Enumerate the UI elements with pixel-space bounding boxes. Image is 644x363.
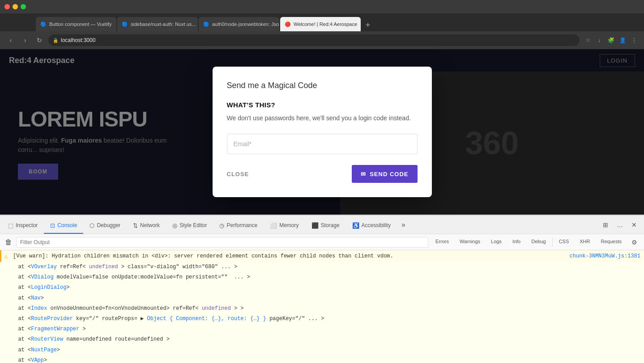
tab-console[interactable]: ⊡ Console: [44, 218, 83, 234]
console-icon: ⊡: [50, 222, 55, 229]
tab-style-editor[interactable]: ◎ Style Editor: [166, 218, 213, 234]
devtools: ⬚ Inspector ⊡ Console ⬡ Debugger ⇅ Netwo…: [0, 215, 644, 363]
css-badge[interactable]: CSS: [554, 236, 574, 247]
debugger-icon: ⬡: [90, 222, 94, 229]
console-label: Console: [57, 222, 77, 228]
profile-button[interactable]: 👤: [618, 36, 627, 45]
filter-input[interactable]: [16, 237, 428, 248]
tabs-bar: 🔵 Button component — Vuetify ✕ 🔵 sidebas…: [0, 13, 644, 31]
warnings-badge[interactable]: Warnings: [455, 236, 485, 247]
devtools-actions: ⊞ … ✕: [599, 219, 644, 231]
console-settings-button[interactable]: ⚙: [628, 236, 640, 249]
inspector-icon: ⬚: [8, 222, 13, 229]
modal-section-title: WHAT'S THIS?: [227, 101, 418, 109]
tab-2[interactable]: 🔵 sidebase/nuxt-auth: Nuxt us... ✕: [117, 17, 198, 31]
maximize-window-button[interactable]: [21, 4, 26, 9]
refresh-button[interactable]: ↻: [34, 35, 45, 46]
performance-icon: ◷: [219, 222, 224, 229]
warning-message: [Vue warn]: Hydration children mismatch …: [13, 253, 393, 259]
tab-inspector[interactable]: ⬚ Inspector: [2, 218, 44, 234]
xhr-badge[interactable]: XHR: [575, 236, 594, 247]
logs-badge[interactable]: Logs: [486, 236, 506, 247]
browser-chrome: 🔵 Button component — Vuetify ✕ 🔵 sidebas…: [0, 0, 644, 49]
tab-4[interactable]: 🔴 Welcome! | Red:4 Aerospace ✕: [280, 17, 361, 31]
debugger-label: Debugger: [97, 222, 120, 228]
info-badge[interactable]: Info: [508, 236, 525, 247]
tab-1[interactable]: 🔵 Button component — Vuetify ✕: [36, 17, 116, 31]
close-devtools-button[interactable]: ✕: [628, 219, 640, 231]
filter-badges: Errors Warnings Logs Info Debug CSS XHR …: [431, 236, 640, 249]
tab-label-4: Welcome! | Red:4 Aerospace: [294, 21, 357, 27]
style-editor-icon: ◎: [172, 222, 177, 229]
tab-debugger[interactable]: ⬡ Debugger: [83, 218, 127, 234]
responsive-design-button[interactable]: ⊞: [599, 219, 612, 231]
network-label: Network: [140, 222, 160, 228]
tab-favicon-3: 🔵: [203, 21, 209, 27]
download-button[interactable]: ↓: [595, 36, 604, 45]
console-line-5: at <Index onVnodeUnmounted=fn<onVnodeUnm…: [0, 304, 644, 314]
address-bar[interactable]: 🔒 localhost:3000: [48, 34, 580, 46]
overflow-menu-button[interactable]: …: [614, 219, 626, 231]
console-line-2: at <VDialog modelValue=false onUpdate:mo…: [0, 272, 644, 283]
close-button[interactable]: CLOSE: [227, 171, 249, 177]
style-editor-label: Style Editor: [179, 222, 207, 228]
tab-storage[interactable]: ⬛ Storage: [305, 218, 346, 234]
accessibility-icon: ♿: [352, 222, 359, 229]
new-tab-button[interactable]: +: [362, 19, 374, 31]
inspector-label: Inspector: [16, 222, 38, 228]
tab-3[interactable]: 🔵 auth0/node-jsonwebtoken: Jso... ✕: [199, 17, 279, 31]
errors-badge[interactable]: Errors: [431, 236, 453, 247]
modal-actions: CLOSE ✉ SEND CODE: [227, 165, 418, 183]
console-line-7: at <FragmentWrapper >: [0, 324, 644, 334]
badge-separator: [552, 238, 553, 247]
tab-close-1[interactable]: ✕: [115, 21, 116, 27]
tab-label-2: sidebase/nuxt-auth: Nuxt us...: [131, 21, 196, 27]
clear-console-button[interactable]: 🗑: [4, 237, 13, 247]
settings-button[interactable]: ⋮: [630, 36, 639, 45]
console-toolbar: 🗑 Errors Warnings Logs Info Debug CSS XH…: [0, 234, 644, 250]
page-area: Red:4 Aerospace LOGIN LOREM ISPU Adipisi…: [0, 49, 644, 215]
storage-label: Storage: [321, 222, 340, 228]
address-text: localhost:3000: [61, 37, 95, 43]
bookmark-button[interactable]: ☆: [583, 36, 592, 45]
memory-icon: ⬜: [270, 222, 277, 229]
accessibility-label: Accessibility: [362, 222, 391, 228]
tab-label-3: auth0/node-jsonwebtoken: Jso...: [212, 21, 279, 27]
tab-accessibility[interactable]: ♿ Accessibility: [346, 218, 397, 234]
traffic-lights: [4, 4, 26, 9]
debug-badge[interactable]: Debug: [527, 236, 550, 247]
network-icon: ⇅: [133, 222, 138, 229]
forward-button[interactable]: ›: [20, 35, 30, 46]
requests-badge[interactable]: Requests: [597, 236, 626, 247]
nav-bar: ‹ › ↻ 🔒 localhost:3000 ☆ ↓ 🧩 👤 ⋮: [0, 31, 644, 49]
send-code-button[interactable]: ✉ SEND CODE: [352, 165, 417, 183]
console-line-9: at <NuxtPage>: [0, 345, 644, 355]
tab-performance[interactable]: ◷ Performance: [213, 218, 264, 234]
console-line-10: at <VApp>: [0, 355, 644, 363]
modal-desc: We don't use passwords here, we'll send …: [227, 113, 418, 123]
storage-icon: ⬛: [311, 222, 319, 229]
console-output[interactable]: ⚠ [Vue warn]: Hydration children mismatc…: [0, 250, 644, 363]
modal-overlay: Send me a Magical Code WHAT'S THIS? We d…: [0, 49, 644, 215]
console-warning-line: ⚠ [Vue warn]: Hydration children mismatc…: [0, 250, 644, 262]
more-tabs-button[interactable]: »: [397, 221, 410, 229]
warning-file-link[interactable]: chunk-3NMN3MuW.js:1381: [570, 252, 640, 260]
send-icon: ✉: [361, 171, 366, 177]
minimize-window-button[interactable]: [13, 4, 18, 9]
console-line-4: at <Nav>: [0, 293, 644, 304]
modal-dialog: Send me a Magical Code WHAT'S THIS? We d…: [213, 67, 432, 197]
memory-label: Memory: [279, 222, 299, 228]
close-window-button[interactable]: [4, 4, 10, 9]
email-input[interactable]: [227, 134, 418, 154]
tab-favicon-4: 🔴: [285, 21, 291, 27]
tab-network[interactable]: ⇅ Network: [127, 218, 166, 234]
devtools-tabs: ⬚ Inspector ⊡ Console ⬡ Debugger ⇅ Netwo…: [0, 215, 644, 234]
nav-actions: ☆ ↓ 🧩 👤 ⋮: [583, 36, 639, 45]
secure-icon: 🔒: [53, 38, 58, 43]
tab-label-1: Button component — Vuetify: [49, 21, 112, 27]
tab-close-4[interactable]: ✕: [360, 21, 361, 27]
console-line-6: at <RouteProvider key="/" routeProps= ▶ …: [0, 314, 644, 324]
back-button[interactable]: ‹: [5, 35, 16, 46]
extensions-button[interactable]: 🧩: [606, 36, 615, 45]
tab-memory[interactable]: ⬜ Memory: [264, 218, 305, 234]
